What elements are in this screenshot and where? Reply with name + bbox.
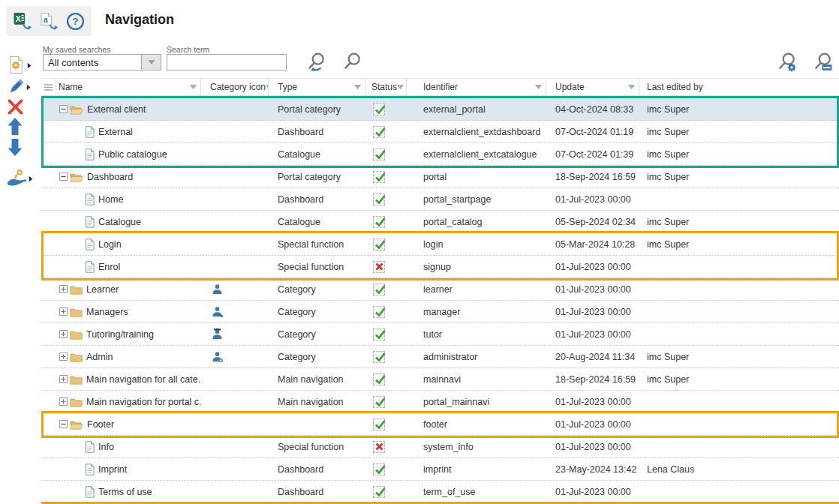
cell-update: 01-Jul-2023 00:00 <box>546 278 639 300</box>
table-row[interactable]: Main navigation for portal c...Main navi… <box>41 391 839 413</box>
filter-arrow-icon[interactable] <box>397 85 404 89</box>
flyout-arrow-icon[interactable] <box>27 58 32 72</box>
cell-category-icon <box>201 256 269 278</box>
table-row[interactable]: LoginSpecial functionlogin05-Mar-2024 10… <box>41 233 839 256</box>
cell-name: Tutoring/training <box>56 323 201 345</box>
cell-identifier: administrator <box>407 346 546 368</box>
item-name: Main navigation for portal c... <box>86 397 201 407</box>
cell-category-icon <box>201 346 269 368</box>
status-active-icon <box>373 104 385 116</box>
expand-toggle-icon[interactable] <box>59 375 68 383</box>
collapse-toggle-icon[interactable] <box>59 172 68 181</box>
table-row[interactable]: Tutoring/trainingCategorytutor01-Jul-202… <box>41 323 839 346</box>
column-header-update[interactable]: Update <box>546 79 639 95</box>
item-name: Footer <box>87 419 114 430</box>
cell-status <box>365 413 407 435</box>
column-header-caticon[interactable]: Category icon <box>201 79 269 95</box>
status-active-icon <box>373 171 385 183</box>
document-icon <box>85 238 95 250</box>
column-label: Update <box>555 82 585 92</box>
document-icon <box>85 441 95 453</box>
table-row[interactable]: CatalogueCatalogueportal_catalog05-Sep-2… <box>41 211 839 233</box>
status-inactive-icon <box>373 261 385 273</box>
expand-toggle-icon[interactable] <box>59 398 68 406</box>
table-row[interactable]: ImprintDashboardimprint23-May-2024 13:42… <box>41 458 839 481</box>
excel-export-icon[interactable]: X <box>13 12 34 31</box>
table-row[interactable]: EnrolSpecial functionsignup01-Jul-2023 0… <box>41 256 839 278</box>
cell-status <box>365 143 407 165</box>
filter-arrow-icon[interactable] <box>535 85 542 89</box>
folder-open-icon <box>70 104 83 115</box>
text-export-icon[interactable]: a <box>39 12 60 31</box>
table-row[interactable]: InfoSpecial functionsystem_info01-Jul-20… <box>41 436 839 458</box>
expand-toggle-icon[interactable] <box>59 308 68 316</box>
table-row[interactable]: Terms of useDashboardterm_of_use01-Jul-2… <box>41 481 839 503</box>
new-item-icon[interactable] <box>7 56 32 74</box>
cell-name: Dashboard <box>56 166 201 188</box>
table-row[interactable]: Footerfooter01-Jul-2023 00:00 <box>41 413 839 436</box>
expand-toggle-icon[interactable] <box>59 352 68 361</box>
filter-arrow-icon[interactable] <box>190 85 197 89</box>
column-header-lastby[interactable]: Last edited by <box>639 79 839 95</box>
status-active-icon <box>373 284 385 296</box>
collapse-toggle-icon[interactable] <box>59 420 68 428</box>
search-icon[interactable] <box>341 52 362 73</box>
search-reset-icon[interactable] <box>305 52 326 73</box>
collapse-toggle-icon[interactable] <box>59 105 68 113</box>
table-row[interactable]: DashboardPortal categoryportal18-Sep-202… <box>41 166 839 188</box>
help-icon[interactable]: ? <box>66 12 85 31</box>
move-down-icon[interactable] <box>7 138 23 157</box>
cell-status <box>365 211 407 232</box>
cell-type: Category <box>269 301 365 322</box>
column-label: Identifier <box>423 82 458 92</box>
flyout-arrow-icon[interactable] <box>29 172 33 185</box>
item-name: Admin <box>86 352 113 362</box>
saved-searches-select[interactable]: All contents <box>43 54 161 70</box>
flyout-arrow-icon[interactable] <box>26 80 31 94</box>
cell-identifier: portal_mainnavi <box>407 391 546 412</box>
document-icon <box>85 216 95 228</box>
table-row[interactable]: ManagersCategorymanager01-Jul-2023 00:00 <box>41 301 839 323</box>
table-row[interactable]: External clientPortal categoryexternal_p… <box>41 98 839 121</box>
column-header-status[interactable]: Status <box>365 79 407 95</box>
expand-toggle-icon[interactable] <box>59 285 68 293</box>
cell-status <box>365 188 407 210</box>
cell-type: Special function <box>269 256 365 278</box>
item-name: Managers <box>86 307 128 317</box>
assign-rights-icon[interactable] <box>7 169 33 188</box>
filter-arrow-icon[interactable] <box>354 85 361 89</box>
move-up-icon[interactable] <box>7 117 23 136</box>
saved-search-icon[interactable] <box>812 52 833 73</box>
table-row[interactable]: Main navigation for all cate...Main navi… <box>41 368 839 391</box>
cell-update: 18-Sep-2024 16:59 <box>546 166 639 188</box>
edit-icon[interactable] <box>7 78 31 96</box>
row-handle-icon <box>41 79 56 95</box>
table-row[interactable]: ExternalDashboardexternalclient_extdashb… <box>41 121 839 143</box>
person-gear-icon <box>212 351 223 362</box>
expand-toggle-icon[interactable] <box>59 330 68 338</box>
cell-name: Main navigation for portal c... <box>56 391 201 412</box>
delete-icon[interactable] <box>7 98 24 116</box>
cell-name: Admin <box>56 346 201 368</box>
action-rail <box>0 41 41 504</box>
document-icon <box>85 464 95 476</box>
filter-arrow-icon[interactable] <box>628 85 635 89</box>
column-label: Category icon <box>210 82 266 92</box>
cell-type: Main navigation <box>269 368 365 390</box>
item-name: Tutoring/training <box>86 329 154 340</box>
column-header-type[interactable]: Type <box>269 79 365 95</box>
cell-type: Portal category <box>269 166 365 188</box>
table-row[interactable]: LearnerCategorylearner01-Jul-2023 00:00 <box>41 278 839 301</box>
table-row[interactable]: Public catalogueCatalogueexternalclient_… <box>41 143 839 166</box>
cell-type: Dashboard <box>269 481 365 502</box>
search-term-input[interactable] <box>167 54 287 70</box>
column-header-name[interactable]: Name <box>56 79 201 95</box>
column-header-identifier[interactable]: Identifier <box>407 79 546 95</box>
table-row[interactable]: AdminCategoryadministrator20-Aug-2024 11… <box>41 346 839 368</box>
chevron-down-icon[interactable] <box>141 55 161 70</box>
document-icon <box>85 261 95 273</box>
table-row[interactable]: HomeDashboardportal_startpage01-Jul-2023… <box>41 188 839 211</box>
search-settings-icon[interactable] <box>776 52 797 73</box>
cell-type: Catalogue <box>269 143 365 165</box>
cell-category-icon <box>201 211 269 232</box>
